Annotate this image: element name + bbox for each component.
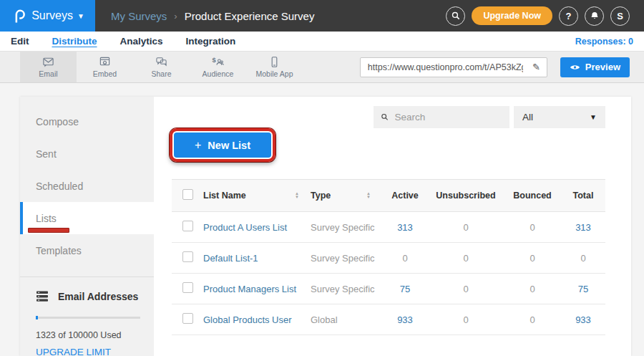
preview-label: Preview xyxy=(585,62,620,72)
column-header-unsubscribed: Unsubscribed xyxy=(428,191,504,201)
questionpro-logo-icon xyxy=(11,9,26,24)
tab-edit[interactable]: Edit xyxy=(11,36,29,47)
count-active: 0 xyxy=(402,253,407,264)
help-button[interactable]: ? xyxy=(559,6,578,26)
account-avatar[interactable]: S xyxy=(610,6,630,26)
count-total[interactable]: 75 xyxy=(578,284,588,294)
count-active[interactable]: 313 xyxy=(397,222,413,233)
bell-icon xyxy=(590,11,600,21)
list-search-input[interactable] xyxy=(395,112,502,122)
cell-name: Global Products User xyxy=(203,314,311,325)
search-button[interactable] xyxy=(446,6,465,26)
tab-analytics[interactable]: Analytics xyxy=(120,36,163,47)
list-type-filter[interactable]: All ▼ xyxy=(514,106,605,128)
channel-tab-embed[interactable]: Embed xyxy=(77,52,133,82)
row-checkbox[interactable] xyxy=(182,313,193,324)
svg-text:$: $ xyxy=(212,56,216,64)
count-total[interactable]: 313 xyxy=(575,222,591,233)
preview-button[interactable]: Preview xyxy=(560,57,630,77)
channel-tab-audience[interactable]: $Audience xyxy=(190,52,246,82)
new-list-button[interactable]: + New List xyxy=(174,133,271,158)
responses-count[interactable]: Responses: 0 xyxy=(575,37,633,47)
breadcrumb-my-surveys[interactable]: My Surveys xyxy=(111,10,167,22)
column-label: Unsubscribed xyxy=(436,191,495,201)
surveys-product-menu[interactable]: Surveys ▼ xyxy=(0,0,95,32)
email-sidebar: ComposeSentScheduledListsTemplates xyxy=(20,97,154,356)
email-addresses-panel: Email Addresses 1323 of 100000 Used UPGR… xyxy=(20,277,154,356)
page-body: ComposeSentScheduledListsTemplates xyxy=(0,83,644,356)
audience-icon: $ xyxy=(212,56,224,68)
notifications-button[interactable] xyxy=(585,6,604,26)
list-name-link[interactable]: Product Managers List xyxy=(203,284,296,294)
survey-url-input[interactable] xyxy=(361,62,526,72)
cell-type: Survey Specific xyxy=(311,222,382,233)
sort-arrows-icon[interactable]: ▲▼ xyxy=(366,192,371,199)
survey-section-nav: EditDistributeAnalyticsIntegration Respo… xyxy=(0,32,644,52)
count-active[interactable]: 933 xyxy=(397,314,413,325)
channel-tab-mobile-app[interactable]: Mobile App xyxy=(246,52,303,82)
channel-tab-share[interactable]: Share xyxy=(133,52,190,82)
sidebar-item-compose[interactable]: Compose xyxy=(20,105,154,138)
sort-arrows-icon[interactable]: ▲▼ xyxy=(295,192,299,199)
cell-name: Product Managers List xyxy=(203,284,311,294)
column-label: Total xyxy=(573,191,594,201)
column-label: Type xyxy=(311,191,331,201)
sidebar-item-templates[interactable]: Templates xyxy=(20,234,154,266)
tab-distribute[interactable]: Distribute xyxy=(52,36,97,47)
channel-tab-label: Embed xyxy=(93,69,117,78)
column-header-total: Total xyxy=(561,191,605,201)
list-name-link[interactable]: Product A Users List xyxy=(203,222,287,233)
select-all-checkbox[interactable] xyxy=(182,189,193,200)
cell-active: 0 xyxy=(382,253,428,264)
count-bounced: 0 xyxy=(530,284,535,294)
page-title: Product Experience Survey xyxy=(185,10,315,22)
count-active[interactable]: 75 xyxy=(400,284,410,294)
email-addresses-title: Email Addresses xyxy=(58,291,138,302)
channel-tab-email[interactable]: Email xyxy=(20,52,77,82)
table-header: List Name▲▼Type▲▼ActiveUnsubscribedBounc… xyxy=(172,179,605,212)
sidebar-items: ComposeSentScheduledListsTemplates xyxy=(20,105,154,266)
annotation-red-ring: + New List xyxy=(170,128,275,162)
cell-unsubscribed: 0 xyxy=(428,222,504,233)
count-unsubscribed: 0 xyxy=(463,222,468,233)
row-checkbox[interactable] xyxy=(182,221,193,231)
plus-icon: + xyxy=(195,139,201,152)
new-list-label: New List xyxy=(208,140,250,151)
count-total[interactable]: 933 xyxy=(575,314,591,325)
list-type: Global xyxy=(311,314,338,325)
count-unsubscribed: 0 xyxy=(463,284,468,294)
list-name-link[interactable]: Global Products User xyxy=(203,314,292,325)
upgrade-now-button[interactable]: Upgrade Now xyxy=(472,6,552,25)
column-label: Bounced xyxy=(513,191,551,201)
count-bounced: 0 xyxy=(530,222,535,233)
sidebar-item-label: Lists xyxy=(36,213,57,224)
cell-active: 313 xyxy=(382,222,428,233)
edit-url-pencil-icon[interactable]: ✎ xyxy=(526,62,547,72)
question-mark-icon: ? xyxy=(566,11,572,21)
count-unsubscribed: 0 xyxy=(463,253,468,264)
cell-unsubscribed: 0 xyxy=(428,314,504,325)
cell-total: 313 xyxy=(561,222,605,233)
sidebar-item-lists[interactable]: Lists xyxy=(20,202,154,234)
count-unsubscribed: 0 xyxy=(463,314,468,325)
sidebar-item-scheduled[interactable]: Scheduled xyxy=(20,170,154,202)
table-row: Default List-1Survey Specific0000 xyxy=(172,243,605,274)
column-header-check xyxy=(172,189,203,202)
filter-value: All xyxy=(522,112,533,122)
list-type: Survey Specific xyxy=(311,222,375,233)
usage-progress-bar xyxy=(36,317,140,319)
sidebar-item-sent[interactable]: Sent xyxy=(20,138,154,170)
upgrade-limit-link[interactable]: UPGRADE LIMIT xyxy=(36,347,140,356)
breadcrumb-separator: › xyxy=(174,11,177,21)
cell-bounced: 0 xyxy=(504,284,561,294)
cell-name: Default List-1 xyxy=(203,253,311,264)
usage-progress-fill xyxy=(36,316,38,319)
row-checkbox[interactable] xyxy=(182,282,193,293)
sidebar-item-label: Compose xyxy=(36,116,79,128)
row-checkbox[interactable] xyxy=(182,251,193,262)
cell-check xyxy=(172,282,203,295)
tab-integration[interactable]: Integration xyxy=(186,36,236,47)
list-name-link[interactable]: Default List-1 xyxy=(203,253,258,264)
cell-check xyxy=(172,221,203,234)
top-bar: Surveys ▼ My Surveys › Product Experienc… xyxy=(0,0,644,32)
